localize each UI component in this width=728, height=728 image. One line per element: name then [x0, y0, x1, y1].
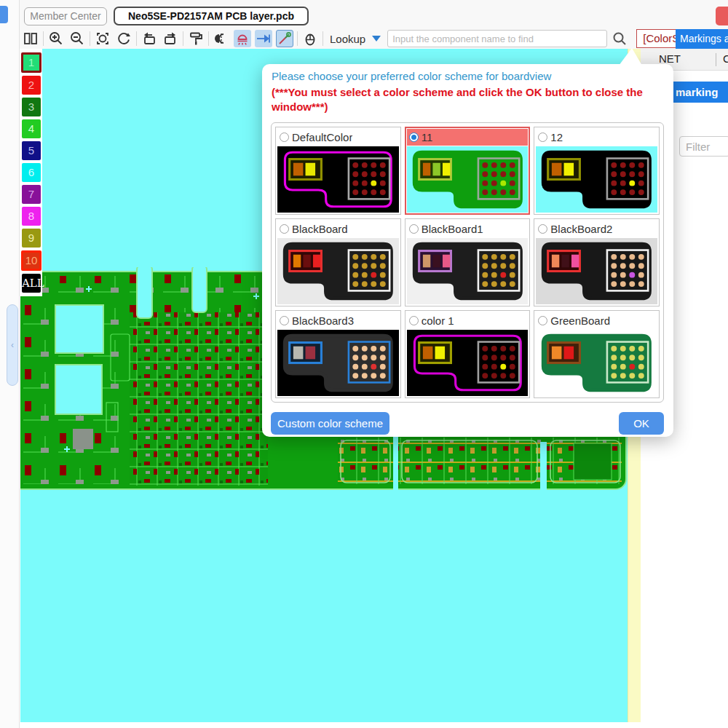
member-center-button[interactable]: Member Center: [24, 7, 107, 25]
option-preview: [407, 146, 529, 213]
option-header: BlackBoard3: [277, 312, 399, 329]
paint-roller-icon[interactable]: [187, 30, 205, 47]
radio-blackboard2[interactable]: [538, 224, 547, 234]
layer-button-8[interactable]: 8: [22, 207, 41, 226]
cut-off-red-button[interactable]: [716, 7, 728, 25]
color-scheme-grid: DefaultColor1112BlackBoardBlackBoard1Bla…: [271, 122, 664, 403]
option-header: GreenBoard: [536, 312, 657, 329]
layer-button-1[interactable]: 1: [21, 52, 41, 73]
radio-11[interactable]: [409, 132, 419, 142]
mirror-flip-icon[interactable]: [213, 30, 230, 47]
tab-net[interactable]: NET: [659, 52, 681, 65]
radio-defaultcolor[interactable]: [280, 132, 289, 142]
option-preview: [536, 146, 657, 213]
option-preview: [277, 330, 399, 396]
layer-button-3[interactable]: 3: [22, 98, 41, 116]
zoom-out-icon[interactable]: [68, 30, 86, 47]
color-scheme-option-blackboard3[interactable]: BlackBoard3: [275, 310, 401, 398]
refresh-icon[interactable]: [115, 30, 132, 47]
lookup-caret-icon[interactable]: [372, 36, 381, 41]
color-scheme-option-blackboard1[interactable]: BlackBoard1: [405, 218, 531, 306]
color-scheme-dialog: Please choose your preferred color schem…: [262, 64, 673, 437]
split-view-icon[interactable]: [22, 30, 39, 47]
option-preview: [407, 330, 529, 396]
toolbar-separator: [136, 31, 137, 46]
layer-button-10[interactable]: 10: [21, 250, 41, 271]
option-label: 11: [422, 131, 433, 143]
layer-button-9[interactable]: 9: [22, 229, 41, 248]
option-label: BlackBoard: [292, 223, 348, 235]
option-label: BlackBoard2: [550, 223, 612, 235]
dialog-warning: (***You must select a color scheme and c…: [272, 85, 665, 114]
zoom-in-icon[interactable]: [47, 30, 65, 47]
color-scheme-option-12[interactable]: 12: [534, 127, 660, 215]
color-scheme-option-blackboard2[interactable]: BlackBoard2: [534, 218, 660, 306]
layer-button-all[interactable]: ALL: [22, 274, 41, 293]
option-preview: [407, 238, 529, 304]
radio-greenboard[interactable]: [538, 316, 547, 325]
component-search-input[interactable]: [387, 30, 607, 47]
option-header: color 1: [407, 312, 529, 329]
diode-direction-icon[interactable]: [255, 30, 272, 47]
markings-button[interactable]: Markings a: [676, 29, 728, 49]
color-scheme-option-blackboard[interactable]: BlackBoard: [275, 218, 401, 306]
layer-button-4[interactable]: 4: [22, 119, 41, 138]
toolbar-separator: [90, 31, 90, 46]
radio-blackboard1[interactable]: [409, 224, 419, 234]
layer-button-6[interactable]: 6: [22, 163, 41, 182]
option-preview: [277, 238, 399, 304]
toolbar-separator: [43, 31, 44, 46]
toolbar-separator: [208, 31, 209, 46]
chevron-left-icon: ‹: [11, 340, 14, 350]
toolbar-separator: [183, 31, 183, 46]
option-preview: [536, 330, 657, 396]
option-label: BlackBoard3: [292, 314, 354, 327]
dialog-pointer: [619, 48, 642, 66]
layer-button-5[interactable]: 5: [22, 141, 41, 160]
radio-12[interactable]: [538, 132, 547, 142]
option-preview: [277, 146, 399, 213]
panel-collapse-handle[interactable]: ‹: [7, 304, 18, 386]
option-label: color 1: [422, 314, 454, 327]
option-header: DefaultColor: [277, 129, 399, 146]
measure-wand-icon[interactable]: [276, 30, 293, 47]
color-scheme-option-11[interactable]: 11: [405, 127, 531, 215]
option-header: 11: [407, 129, 529, 146]
locate-icon[interactable]: [94, 30, 111, 47]
option-label: DefaultColor: [292, 131, 352, 143]
tab-comp[interactable]: C: [723, 52, 728, 65]
mouse-mode-icon[interactable]: [301, 30, 319, 47]
toolbar: Lookup [ColorScheme]: [22, 28, 721, 49]
pcb-viewer-app: ‹ Member Center Neo5SE-PD2157AM PCB laye…: [0, 0, 728, 728]
color-scheme-option-defaultcolor[interactable]: DefaultColor: [275, 127, 401, 215]
color-scheme-option-greenboard[interactable]: GreenBoard: [534, 310, 660, 398]
rotate-left-icon[interactable]: [141, 30, 158, 47]
option-label: GreenBoard: [550, 314, 610, 327]
layer-button-2[interactable]: 2: [22, 76, 41, 95]
option-header: 12: [536, 129, 657, 146]
option-header: BlackBoard1: [407, 221, 529, 237]
layer-sidebar: 12345678910ALL: [20, 49, 42, 296]
file-tab[interactable]: Neo5SE-PD2157AM PCB layer.pcb: [114, 7, 309, 25]
filter-input[interactable]: [679, 136, 728, 157]
option-preview: [536, 238, 657, 304]
radio-blackboard3[interactable]: [280, 316, 289, 325]
edge-blue-tab[interactable]: [0, 6, 8, 23]
color-scheme-option-color-1[interactable]: color 1: [405, 310, 531, 398]
option-label: BlackBoard1: [422, 223, 483, 235]
toolbar-separator: [323, 31, 323, 46]
custom-color-scheme-button[interactable]: Custom color scheme: [271, 412, 389, 435]
radio-color-1[interactable]: [409, 316, 419, 325]
tab-divider: [716, 53, 716, 66]
lookup-label[interactable]: Lookup: [330, 33, 365, 45]
option-label: 12: [550, 131, 563, 143]
radio-blackboard[interactable]: [280, 224, 289, 234]
option-header: BlackBoard2: [536, 221, 657, 237]
search-icon[interactable]: [611, 30, 628, 47]
dialog-title: Please choose your preferred color schem…: [272, 70, 551, 82]
diode-lamp-icon[interactable]: [234, 30, 251, 47]
rotate-right-icon[interactable]: [162, 30, 179, 47]
ok-button[interactable]: OK: [619, 412, 664, 435]
option-header: BlackBoard: [277, 221, 399, 237]
layer-button-7[interactable]: 7: [22, 185, 41, 204]
